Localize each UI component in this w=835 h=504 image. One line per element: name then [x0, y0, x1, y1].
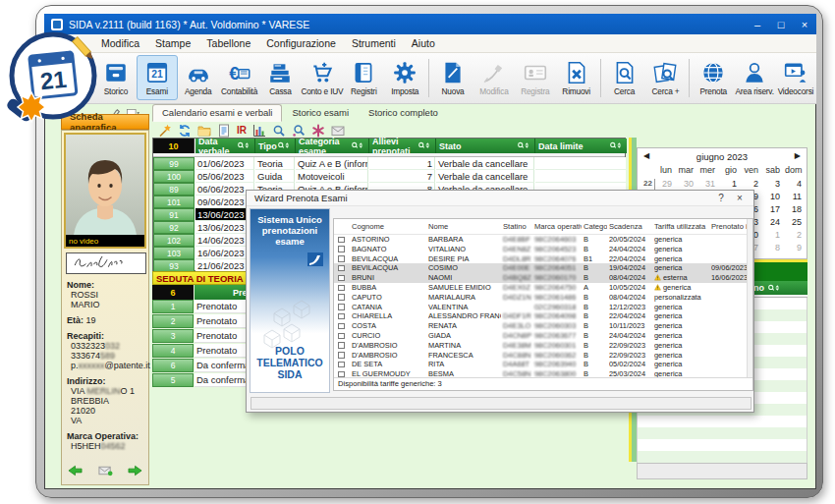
calendar-day[interactable]: 2: [785, 230, 807, 243]
calendar-next-arrow[interactable]: ▶: [795, 151, 801, 160]
calendar-day[interactable]: 4: [785, 179, 807, 192]
toolbar-videocorsi-button[interactable]: Videocorsi: [775, 55, 816, 100]
menu-configurazione[interactable]: Configurazione: [258, 37, 344, 49]
search-icon[interactable]: [272, 124, 286, 138]
toolbar-contabilit--button[interactable]: €Contabilità: [219, 55, 260, 100]
row-checkbox[interactable]: [338, 304, 345, 310]
tab-storico-esami[interactable]: Storico esami: [282, 104, 359, 122]
tab-storico-completo[interactable]: Storico completo: [359, 104, 448, 122]
candidate-row[interactable]: CHIARELLAALESSANDRO FRANCESCOD4DF1R98C20…: [334, 311, 748, 321]
calendar-day[interactable]: 18: [785, 204, 807, 217]
toolbar-prenota-button[interactable]: Prenota: [693, 55, 734, 100]
calendar-day[interactable]: 10: [763, 192, 785, 204]
candidate-row[interactable]: DE SETARITAD4A68T98C2063940B05/02/2024ge…: [334, 360, 748, 369]
candidate-row[interactable]: BAGNATOVITALIANOD4EN8Z98C2064523B24/04/2…: [334, 245, 748, 254]
candidate-row[interactable]: BRUNINAOMID4BQ8Z98C2060170B08/04/2024est…: [334, 273, 748, 283]
column-header-nome[interactable]: Nome: [428, 219, 501, 235]
cell-prenotato-il: [711, 321, 748, 331]
toolbar-nuova-button[interactable]: Nuova: [432, 55, 473, 100]
column-header-scadenza[interactable]: Scadenza: [609, 219, 652, 235]
row-checkbox[interactable]: [338, 294, 345, 301]
menu-aiuto[interactable]: Aiuto: [404, 37, 443, 49]
table-row[interactable]: 9901/06/2023TeoriaQuiz A e B (inform.)1V…: [153, 157, 625, 170]
calendar-day[interactable]: 17: [763, 204, 785, 217]
row-checkbox[interactable]: [338, 352, 345, 359]
row-checkbox[interactable]: [338, 237, 345, 244]
ir-report-icon[interactable]: IR: [237, 124, 247, 138]
prev-student-arrow[interactable]: [68, 465, 83, 476]
calendar-day[interactable]: 25: [785, 217, 807, 230]
refresh-icon[interactable]: [178, 124, 192, 138]
next-student-arrow[interactable]: [128, 465, 142, 476]
calendar-day[interactable]: 11: [785, 192, 807, 204]
column-header-tipo[interactable]: Tipo: [255, 139, 296, 153]
column-header-tariffa-utilizzata[interactable]: Tariffa utilizzata: [654, 219, 709, 235]
candidate-row[interactable]: CURCIOGIADAD4CN8P98C2063677B24/04/2024ge…: [334, 331, 748, 341]
maximize-button[interactable]: □: [769, 14, 793, 34]
menu-tabellone[interactable]: Tabellone: [198, 37, 258, 49]
row-checkbox[interactable]: [338, 362, 345, 368]
menu-stampe[interactable]: Stampe: [147, 37, 198, 49]
toolbar-conto-e-iuv-button[interactable]: Conto e IUV: [301, 55, 343, 100]
candidate-row[interactable]: BEVILACQUACOSIMOD4E00E98C2064051B19/04/2…: [334, 263, 748, 273]
candidate-row[interactable]: COSTARENATAD4E3LO98C2060303B10/11/2023ge…: [334, 321, 748, 331]
close-button[interactable]: ×: [793, 14, 816, 34]
column-header-stato[interactable]: Stato: [436, 139, 535, 153]
list-scrollbar[interactable]: [747, 219, 752, 390]
row-checkbox[interactable]: [338, 313, 345, 320]
column-header-statino[interactable]: Statino: [503, 219, 532, 235]
calendar-day[interactable]: 24: [763, 217, 785, 230]
dialog-title-bar[interactable]: Wizard Prenota Esami: [247, 191, 753, 206]
email-value[interactable]: p.xxxxxx@patente.it: [67, 361, 147, 370]
column-header-data-limite[interactable]: Data limite: [535, 139, 627, 153]
minimize-button[interactable]: –: [746, 14, 769, 34]
toolbar-label: Area riserv.: [735, 86, 773, 96]
column-header-prenotato-il[interactable]: Prenotato il: [711, 219, 748, 235]
column-header-categoria-esame[interactable]: Categoria esame: [296, 139, 369, 153]
row-checkbox[interactable]: [338, 342, 345, 349]
column-header-cognome[interactable]: Cognome: [352, 219, 426, 235]
candidate-row[interactable]: BUBBASAMUELE EMIDIOD4EX0Z98C2064750A10/0…: [334, 283, 748, 293]
tab-calendario-esami-e-verbali[interactable]: Calendario esami e verbali: [152, 104, 282, 122]
dialog-close-button[interactable]: ×: [733, 193, 747, 204]
row-checkbox[interactable]: [338, 323, 345, 330]
calendar-day[interactable]: 8: [763, 243, 785, 255]
column-header-categoria[interactable]: Categoria: [584, 219, 607, 235]
toolbar-esami-button[interactable]: 21Esami: [137, 55, 178, 100]
candidate-row[interactable]: D'AMBROSIOFRANCESCAD4C88N98C2060362B22/0…: [334, 351, 748, 361]
toolbar-area-riserv--button[interactable]: Area riserv.: [734, 55, 775, 100]
table-row[interactable]: 10005/06/2023GuidaMotoveicoli7Verbale da…: [153, 170, 625, 183]
candidate-row[interactable]: BEVILACQUADESIRE PIAD4DL8R98C2064076B122…: [334, 254, 748, 264]
cell-statino: D4A68T: [503, 360, 532, 369]
candidate-row[interactable]: D'AMBROSIOMARTINAD4E38M98C2060301B22/09/…: [334, 341, 748, 351]
wand-icon[interactable]: [158, 124, 172, 138]
candidate-row[interactable]: ASTORINOBARBARAD4E8BF98C2064603B20/05/20…: [334, 235, 748, 245]
dialog-help-button[interactable]: ?: [714, 193, 728, 204]
row-checkbox[interactable]: [338, 275, 345, 282]
toolbar-rimuovi-button[interactable]: Rimuovi: [556, 55, 597, 100]
row-checkbox[interactable]: [338, 265, 345, 272]
cell-marca-operativa: 98C2064603: [534, 235, 582, 245]
row-checkbox[interactable]: [338, 333, 345, 340]
toolbar-imposta-button[interactable]: Imposta: [384, 55, 425, 100]
row-checkbox[interactable]: [338, 255, 345, 262]
row-checkbox[interactable]: [338, 246, 345, 252]
column-header-allievi-prenotati[interactable]: Allievi prenotati: [369, 139, 436, 153]
candidate-row[interactable]: CAPUTOMARIALAURAD4DZ1N98C2061486B08/04/2…: [334, 293, 748, 303]
row-checkbox[interactable]: [338, 285, 345, 292]
candidate-row[interactable]: CATANIAVALENTINA02C2960318B12/12/2023gen…: [334, 303, 748, 312]
toolbar-cerca--button[interactable]: Cerca +: [644, 55, 686, 100]
column-header-data-verbale[interactable]: Data verbale: [195, 139, 255, 153]
chart-icon[interactable]: [252, 124, 266, 138]
toolbar-agenda-button[interactable]: Agenda: [178, 55, 219, 100]
calendar-day[interactable]: 3: [763, 179, 785, 192]
menu-strumenti[interactable]: Strumenti: [344, 37, 404, 49]
toolbar-cassa-button[interactable]: Cassa: [260, 55, 302, 100]
toolbar-cerca-button[interactable]: Cerca: [604, 55, 645, 100]
calendar-day[interactable]: 1: [763, 230, 785, 243]
calendar-prev-arrow[interactable]: ◀: [643, 151, 649, 160]
column-header-marca-operativa[interactable]: Marca operativa: [534, 219, 582, 235]
toolbar-registri-button[interactable]: Registri: [343, 55, 384, 100]
calendar-day[interactable]: 9: [785, 243, 807, 255]
send-mail-icon[interactable]: [98, 465, 113, 476]
